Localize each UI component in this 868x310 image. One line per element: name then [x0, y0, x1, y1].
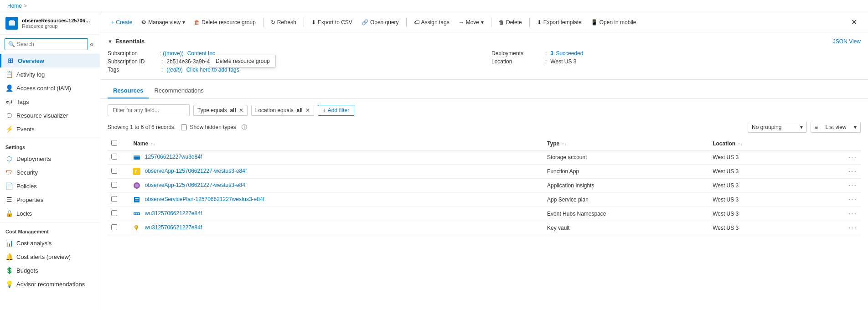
essentials-header: ▼ Essentials JSON View — [108, 38, 861, 45]
table-header-checkbox-col — [108, 137, 129, 150]
table-header-type[interactable]: Type ↑↓ — [543, 137, 709, 150]
row-checkbox[interactable] — [111, 196, 117, 202]
svg-point-18 — [136, 227, 137, 227]
budgets-icon: 💲 — [5, 267, 13, 274]
svg-point-8 — [135, 184, 139, 187]
open-mobile-button[interactable]: 📱 Open in mobile — [587, 17, 640, 27]
row-location-cell: West US 3 — [709, 150, 833, 165]
row-actions-menu[interactable]: ··· — [848, 210, 857, 217]
show-hidden-types-label[interactable]: Show hidden types — [181, 124, 236, 130]
resource-location: West US 3 — [713, 168, 739, 175]
cost-alerts-icon: 🔔 — [5, 253, 13, 260]
manage-view-button[interactable]: ⚙ Manage view ▾ — [138, 17, 189, 27]
tags-edit-link[interactable]: ((edit)) — [166, 67, 182, 73]
essentials-chevron[interactable]: ▼ — [108, 39, 113, 44]
add-filter-button[interactable]: + Add filter — [318, 105, 354, 116]
row-location-cell: West US 3 — [709, 193, 833, 207]
info-icon[interactable]: ⓘ — [242, 124, 247, 131]
breadcrumb: Home > — [0, 0, 868, 12]
sidebar-item-events[interactable]: ⚡ Events — [0, 122, 100, 136]
refresh-button[interactable]: ↻ Refresh — [267, 17, 300, 27]
sidebar-item-budgets[interactable]: 💲 Budgets — [0, 264, 100, 277]
row-actions-menu[interactable]: ··· — [848, 196, 857, 203]
tab-resources[interactable]: Resources — [108, 83, 149, 98]
table-header-location[interactable]: Location ↑↓ — [709, 137, 833, 150]
row-checkbox[interactable] — [111, 154, 117, 160]
sidebar-item-deployments[interactable]: ⬡ Deployments — [0, 152, 100, 165]
select-all-checkbox[interactable] — [111, 140, 117, 146]
location-row: Location : West US 3 — [491, 57, 861, 66]
view-label: List view — [826, 124, 847, 130]
create-button[interactable]: + Create — [108, 17, 136, 27]
row-type-cell: Key vault — [543, 221, 709, 235]
sidebar-item-locks[interactable]: 🔒 Locks — [0, 207, 100, 220]
open-query-button[interactable]: 🔗 Open query — [358, 17, 403, 27]
delete-resource-group-button[interactable]: 🗑 Delete resource group — [191, 17, 259, 27]
sidebar-item-advisor[interactable]: 💡 Advisor recommendations — [0, 277, 100, 291]
row-actions-menu[interactable]: ··· — [848, 224, 857, 232]
row-checkbox[interactable] — [111, 210, 117, 216]
row-actions-cell: ··· — [833, 193, 861, 207]
tags-separator: : — [161, 67, 163, 73]
subscription-id-value: 2b514e36-3a9b-4c89-ad51-4bdcab22e84f — [166, 58, 269, 65]
svg-rect-10 — [135, 198, 139, 199]
subscription-move-link[interactable]: ((move)) — [163, 50, 183, 57]
row-actions-menu[interactable]: ··· — [848, 153, 857, 161]
location-value: West US 3 — [550, 58, 576, 65]
resource-name-link[interactable]: observeApp-125706621227-westus3-e84f — [145, 182, 247, 188]
sidebar-item-properties[interactable]: ☰ Properties — [0, 193, 100, 207]
assign-tags-button[interactable]: 🏷 Assign tags — [410, 17, 453, 27]
show-hidden-types-text: Show hidden types — [190, 124, 236, 130]
delete-button[interactable]: 🗑 Delete — [495, 17, 526, 27]
search-input[interactable] — [5, 38, 88, 50]
export-template-button[interactable]: ⬇ Export template — [533, 17, 585, 27]
sidebar-item-overview[interactable]: ⊞ Overview — [0, 54, 100, 67]
subscription-label: Subscription — [108, 50, 158, 57]
row-checkbox[interactable] — [111, 168, 117, 174]
sidebar-item-tags[interactable]: 🏷 Tags — [0, 95, 100, 108]
svg-rect-1 — [10, 20, 14, 21]
export-csv-button[interactable]: ⬇ Export to CSV — [308, 17, 356, 27]
sidebar-item-policies[interactable]: 📄 Policies — [0, 179, 100, 193]
resource-table: Name ↑↓ Type ↑↓ Location ↑↓ — [108, 137, 861, 235]
collapse-sidebar-button[interactable]: « — [88, 40, 95, 49]
view-dropdown[interactable]: ≡ List view ▾ — [811, 122, 861, 133]
resource-name-link[interactable]: observeApp-125706621227-westus3-e84f — [145, 168, 247, 174]
essentials-title[interactable]: Essentials — [115, 38, 145, 45]
row-actions-menu[interactable]: ··· — [848, 167, 857, 175]
table-header: Name ↑↓ Type ↑↓ Location ↑↓ — [108, 137, 861, 150]
sidebar-item-activity-log[interactable]: 📋 Activity log — [0, 67, 100, 81]
row-checkbox[interactable] — [111, 224, 117, 230]
type-filter-close[interactable]: ✕ — [239, 107, 243, 114]
row-name-cell: observeApp-125706621227-westus3-e84f — [129, 179, 543, 193]
sidebar-item-cost-analysis[interactable]: 📊 Cost analysis — [0, 236, 100, 250]
sidebar-item-cost-alerts[interactable]: 🔔 Cost alerts (preview) — [0, 250, 100, 264]
breadcrumb-home[interactable]: Home — [7, 3, 22, 9]
deployments-value-link[interactable]: 3 Succeeded — [550, 50, 583, 57]
tags-add-link[interactable]: Click here to add tags — [186, 67, 239, 73]
sidebar-item-resource-visualizer[interactable]: ⬡ Resource visualizer — [0, 108, 100, 122]
json-view-link[interactable]: JSON View — [833, 38, 861, 45]
sidebar-item-access-control[interactable]: 👤 Access control (IAM) — [0, 81, 100, 95]
table-header-name[interactable]: Name ↑↓ — [129, 137, 543, 150]
row-actions-menu[interactable]: ··· — [848, 181, 857, 189]
resource-name-link[interactable]: 125706621227wu3e84f — [145, 154, 202, 160]
close-button[interactable]: ✕ — [847, 16, 861, 28]
resource-name-link[interactable]: wu3125706621227e84f — [145, 224, 202, 231]
filter-input[interactable] — [108, 104, 190, 116]
resource-name-link[interactable]: observeServicePlan-125706621227westus3-e… — [145, 196, 264, 202]
svg-text:f: f — [135, 169, 137, 174]
tab-recommendations[interactable]: Recommendations — [149, 83, 209, 98]
resource-name-link[interactable]: wu3125706621227e84f — [145, 210, 202, 217]
location-filter-close[interactable]: ✕ — [305, 107, 310, 114]
sidebar-item-security[interactable]: 🛡 Security — [0, 165, 100, 179]
sidebar-item-label: Access control (IAM) — [16, 85, 71, 92]
tabs: Resources Recommendations — [100, 83, 868, 99]
subscription-value-link[interactable]: Content Inc — [187, 50, 215, 57]
grouping-dropdown[interactable]: No grouping ▾ — [748, 122, 807, 133]
move-button[interactable]: → Move ▾ — [455, 17, 487, 27]
sidebar-item-label: Resource visualizer — [16, 112, 68, 119]
show-hidden-types-checkbox[interactable] — [181, 124, 187, 130]
row-checkbox[interactable] — [111, 182, 117, 188]
open-mobile-icon: 📱 — [591, 19, 598, 26]
